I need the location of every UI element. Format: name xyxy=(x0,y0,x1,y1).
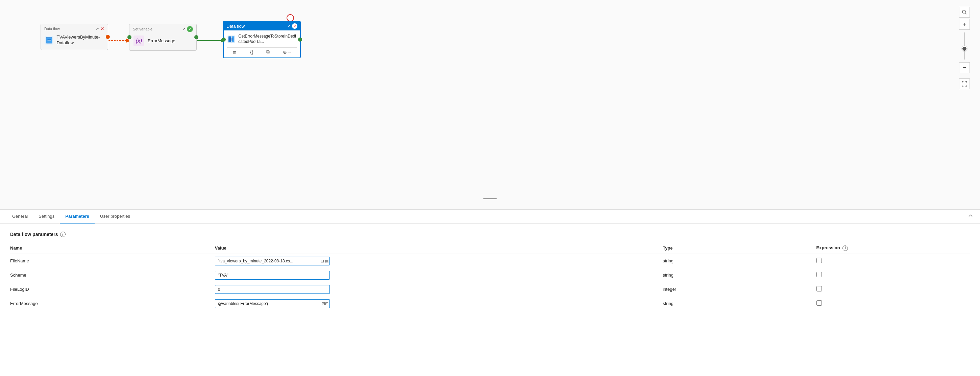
svg-text:(x): (x) xyxy=(136,38,142,44)
tab-userproperties[interactable]: User properties xyxy=(95,210,135,223)
zoom-track xyxy=(964,32,965,59)
tab-settings[interactable]: Settings xyxy=(33,210,60,223)
canvas-separator xyxy=(483,198,497,199)
param-expr-filename xyxy=(816,253,970,268)
node-body-setvariable: (x) ErrorMessage xyxy=(133,33,193,48)
close-icon-dataflow2[interactable]: ✕ xyxy=(292,23,298,29)
copy-icon-dataflow2[interactable]: ⧉ xyxy=(266,49,270,55)
node-label-dataflow1: Data flow xyxy=(44,27,60,31)
expand-icon-dataflow2[interactable]: ↗ xyxy=(287,24,291,29)
node-setvariable[interactable]: Set variable ↗ ✓ (x) ErrorMessage xyxy=(129,24,197,51)
error-indicator xyxy=(286,14,294,22)
port-output-dataflow2[interactable] xyxy=(298,38,302,41)
svg-rect-12 xyxy=(229,38,233,41)
port-output-setvariable[interactable] xyxy=(194,35,198,39)
col-header-name: Name xyxy=(10,242,215,253)
param-expr-filelogid xyxy=(816,282,970,296)
dataflow-icon-2 xyxy=(227,33,235,45)
node-label-dataflow2: Data flow xyxy=(226,24,245,29)
zoom-in-button[interactable]: + xyxy=(959,19,970,30)
table-row: Scheme string xyxy=(10,268,970,282)
fit-icon xyxy=(962,81,967,86)
zoom-out-icon: − xyxy=(963,65,966,71)
section-title-text: Data flow parameters xyxy=(10,232,58,237)
param-type-filename: string xyxy=(663,253,816,268)
svg-point-13 xyxy=(963,10,966,13)
col-header-value: Value xyxy=(215,242,663,253)
search-zoom-button[interactable] xyxy=(959,7,970,18)
fit-view-button[interactable] xyxy=(959,78,970,89)
params-table: Name Value Type Expression i FileName xyxy=(10,242,970,311)
node-header-setvariable: Set variable ↗ ✓ xyxy=(133,26,193,32)
table-row: ErrorMessage ⊡⊡ string xyxy=(10,296,970,311)
param-name-scheme: Scheme xyxy=(10,268,215,282)
node-header-dataflow1: Data flow ↗ ✕ xyxy=(44,26,104,32)
errormessage-expression-checkbox[interactable] xyxy=(816,300,822,306)
param-type-scheme: string xyxy=(663,268,816,282)
param-name-filelogid: FileLogID xyxy=(10,282,215,296)
setvariable-icon: (x) xyxy=(133,35,145,47)
node-label-setvariable: Set variable xyxy=(133,27,153,31)
section-title: Data flow parameters i xyxy=(10,232,970,237)
expand-icon-setvariable[interactable]: ↗ xyxy=(182,27,186,32)
zoom-controls: + − xyxy=(959,7,970,89)
node-actions-dataflow2: 🗑 {} ⧉ ⊕→ xyxy=(227,47,297,55)
filelogid-input-wrapper xyxy=(215,285,330,294)
zoom-slider[interactable] xyxy=(964,32,965,59)
filename-input[interactable] xyxy=(215,257,330,265)
node-body-dataflow1: TVAViewersByMinute-Dataflow xyxy=(44,33,104,48)
bottom-panel: General Settings Parameters User propert… xyxy=(0,210,980,376)
errormessage-input[interactable] xyxy=(215,299,330,308)
node-dataflow1[interactable]: Data flow ↗ ✕ TVAViewersByMinute-Dataflo… xyxy=(41,24,108,50)
param-type-filelogid: integer xyxy=(663,282,816,296)
info-icon[interactable]: i xyxy=(60,232,65,237)
expand-icon-dataflow1[interactable]: ↗ xyxy=(95,26,99,31)
errormessage-dynamic-content-btn[interactable]: ⊡⊡ xyxy=(322,301,328,306)
delete-icon-dataflow2[interactable]: 🗑 xyxy=(232,49,237,55)
param-expr-errormessage xyxy=(816,296,970,311)
param-value-filelogid[interactable] xyxy=(215,282,663,296)
search-icon xyxy=(962,10,967,15)
param-value-errormessage[interactable]: ⊡⊡ xyxy=(215,296,663,311)
tab-parameters[interactable]: Parameters xyxy=(60,210,95,223)
zoom-out-button[interactable]: − xyxy=(959,62,970,73)
run-icon-dataflow2[interactable]: ⊕→ xyxy=(283,49,292,55)
param-name-errormessage: ErrorMessage xyxy=(10,296,215,311)
canvas-area: Data flow ↗ ✕ TVAViewersByMinute-Dataflo… xyxy=(0,0,980,210)
node-title-dataflow2: GetErrorMessageToStoreInDedicatedPoolTa.… xyxy=(238,34,297,44)
port-input-setvariable[interactable] xyxy=(127,35,132,39)
close-icon-dataflow1[interactable]: ✕ xyxy=(100,26,104,32)
node-header-dataflow2: Data flow ↗ ✕ xyxy=(224,22,300,30)
code-icon-dataflow2[interactable]: {} xyxy=(250,49,253,55)
collapse-icon xyxy=(968,213,973,219)
table-row: FileLogID integer xyxy=(10,282,970,296)
dataflow-icon-1 xyxy=(44,34,54,46)
param-value-scheme[interactable] xyxy=(215,268,663,282)
col-header-expression: Expression i xyxy=(816,242,970,253)
port-output-dataflow1[interactable] xyxy=(106,35,110,39)
table-row: FileName ⊡ ▤ string xyxy=(10,253,970,268)
node-dataflow2[interactable]: Data flow ↗ ✕ GetErrorMessageToStoreInDe… xyxy=(223,21,301,58)
param-expr-scheme xyxy=(816,268,970,282)
errormessage-input-wrapper: ⊡⊡ xyxy=(215,299,330,308)
tab-collapse-button[interactable] xyxy=(968,213,973,220)
tab-general[interactable]: General xyxy=(7,210,33,223)
zoom-in-icon: + xyxy=(963,21,966,27)
filename-input-wrapper: ⊡ ▤ xyxy=(215,257,330,265)
node-title-dataflow1: TVAViewersByMinute-Dataflow xyxy=(57,35,104,46)
filename-dynamic-content-btn[interactable]: ⊡ ▤ xyxy=(321,259,328,263)
svg-line-14 xyxy=(965,13,966,14)
scheme-expression-checkbox[interactable] xyxy=(816,272,822,277)
port-input-dataflow2[interactable] xyxy=(222,38,226,41)
zoom-thumb xyxy=(962,46,967,51)
filename-expression-checkbox[interactable] xyxy=(816,258,822,263)
expression-info-icon[interactable]: i xyxy=(842,245,848,251)
param-type-errormessage: string xyxy=(663,296,816,311)
scheme-input[interactable] xyxy=(215,271,330,280)
col-header-type: Type xyxy=(663,242,816,253)
param-value-filename[interactable]: ⊡ ▤ xyxy=(215,253,663,268)
node-title-setvariable: ErrorMessage xyxy=(148,38,175,44)
filelogid-expression-checkbox[interactable] xyxy=(816,286,822,292)
filelogid-input[interactable] xyxy=(215,285,330,294)
status-badge-setvariable: ✓ xyxy=(187,26,193,32)
